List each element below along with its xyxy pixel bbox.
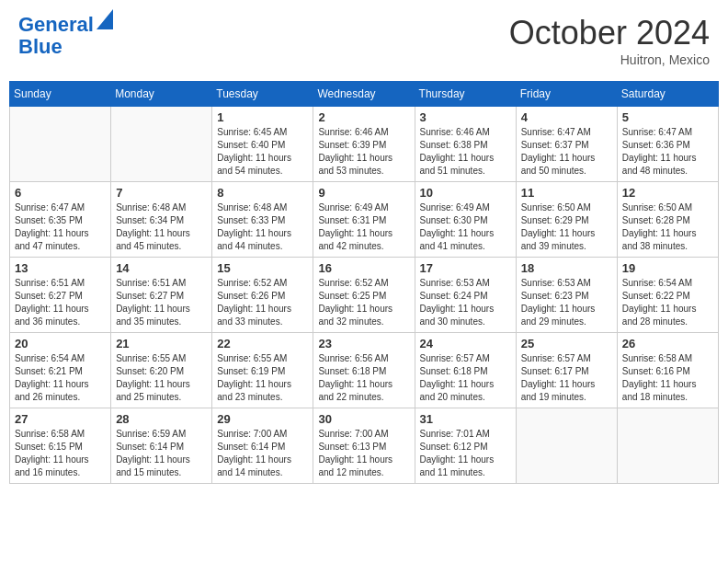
day-number: 6 — [15, 186, 106, 200]
day-number: 16 — [318, 261, 409, 275]
day-info: Sunrise: 6:57 AMSunset: 6:17 PMDaylight:… — [521, 352, 612, 404]
day-number: 25 — [521, 337, 612, 350]
logo-blue-text: Blue — [18, 36, 63, 58]
day-of-week-header: Thursday — [415, 82, 516, 107]
calendar-cell: 19Sunrise: 6:54 AMSunset: 6:22 PMDayligh… — [617, 258, 718, 333]
calendar-cell: 31Sunrise: 7:01 AMSunset: 6:12 PMDayligh… — [415, 408, 516, 484]
calendar-cell: 27Sunrise: 6:58 AMSunset: 6:15 PMDayligh… — [10, 408, 111, 484]
calendar-cell: 6Sunrise: 6:47 AMSunset: 6:35 PMDaylight… — [10, 182, 111, 258]
day-info: Sunrise: 6:58 AMSunset: 6:15 PMDaylight:… — [15, 428, 106, 479]
calendar-week-row: 6Sunrise: 6:47 AMSunset: 6:35 PMDaylight… — [10, 182, 719, 258]
day-info: Sunrise: 6:50 AMSunset: 6:29 PMDaylight:… — [521, 201, 612, 253]
calendar-cell: 4Sunrise: 6:47 AMSunset: 6:37 PMDaylight… — [516, 107, 617, 182]
day-of-week-header: Wednesday — [313, 82, 415, 107]
calendar-cell: 29Sunrise: 7:00 AMSunset: 6:14 PMDayligh… — [212, 408, 313, 484]
calendar-cell: 7Sunrise: 6:48 AMSunset: 6:34 PMDaylight… — [111, 182, 212, 258]
day-number: 22 — [217, 337, 308, 350]
calendar-cell: 25Sunrise: 6:57 AMSunset: 6:17 PMDayligh… — [516, 333, 617, 408]
location: Huitron, Mexico — [509, 52, 710, 67]
day-info: Sunrise: 6:56 AMSunset: 6:18 PMDaylight:… — [318, 352, 409, 404]
calendar-cell: 17Sunrise: 6:53 AMSunset: 6:24 PMDayligh… — [415, 258, 516, 333]
day-number: 30 — [318, 412, 409, 426]
day-info: Sunrise: 6:47 AMSunset: 6:36 PMDaylight:… — [622, 126, 713, 178]
day-info: Sunrise: 6:59 AMSunset: 6:14 PMDaylight:… — [116, 428, 207, 479]
header-row: SundayMondayTuesdayWednesdayThursdayFrid… — [10, 82, 719, 107]
day-number: 19 — [622, 261, 713, 275]
day-number: 23 — [318, 337, 409, 350]
calendar-cell — [617, 408, 718, 484]
svg-marker-0 — [97, 9, 113, 29]
day-info: Sunrise: 7:01 AMSunset: 6:12 PMDaylight:… — [420, 428, 511, 479]
day-number: 29 — [217, 412, 308, 426]
day-number: 24 — [420, 337, 511, 350]
day-number: 10 — [420, 186, 511, 200]
calendar-cell: 14Sunrise: 6:51 AMSunset: 6:27 PMDayligh… — [111, 258, 212, 333]
day-number: 28 — [116, 412, 207, 426]
calendar-cell: 12Sunrise: 6:50 AMSunset: 6:28 PMDayligh… — [617, 182, 718, 258]
day-info: Sunrise: 6:57 AMSunset: 6:18 PMDaylight:… — [420, 352, 511, 404]
title-area: October 2024 Huitron, Mexico — [509, 14, 710, 67]
day-info: Sunrise: 6:54 AMSunset: 6:22 PMDaylight:… — [622, 277, 713, 328]
day-info: Sunrise: 6:52 AMSunset: 6:25 PMDaylight:… — [318, 277, 409, 328]
day-info: Sunrise: 6:49 AMSunset: 6:30 PMDaylight:… — [420, 201, 511, 253]
calendar-cell: 1Sunrise: 6:45 AMSunset: 6:40 PMDaylight… — [212, 107, 313, 182]
day-of-week-header: Tuesday — [212, 82, 313, 107]
day-info: Sunrise: 7:00 AMSunset: 6:14 PMDaylight:… — [217, 428, 308, 479]
day-number: 7 — [116, 186, 207, 200]
day-of-week-header: Friday — [516, 82, 617, 107]
day-info: Sunrise: 6:47 AMSunset: 6:35 PMDaylight:… — [15, 201, 106, 253]
day-number: 20 — [15, 337, 106, 350]
day-number: 26 — [622, 337, 713, 350]
calendar-cell: 20Sunrise: 6:54 AMSunset: 6:21 PMDayligh… — [10, 333, 111, 408]
calendar-table: SundayMondayTuesdayWednesdayThursdayFrid… — [9, 81, 719, 484]
day-number: 2 — [318, 110, 409, 124]
calendar-cell: 8Sunrise: 6:48 AMSunset: 6:33 PMDaylight… — [212, 182, 313, 258]
day-info: Sunrise: 6:45 AMSunset: 6:40 PMDaylight:… — [217, 126, 308, 178]
calendar-cell: 9Sunrise: 6:49 AMSunset: 6:31 PMDaylight… — [313, 182, 415, 258]
calendar-cell — [111, 107, 212, 182]
calendar-cell: 24Sunrise: 6:57 AMSunset: 6:18 PMDayligh… — [415, 333, 516, 408]
day-number: 14 — [116, 261, 207, 275]
day-info: Sunrise: 6:46 AMSunset: 6:38 PMDaylight:… — [420, 126, 511, 178]
logo: General Blue — [18, 14, 113, 58]
calendar-week-row: 27Sunrise: 6:58 AMSunset: 6:15 PMDayligh… — [10, 408, 719, 484]
day-of-week-header: Monday — [111, 82, 212, 107]
day-info: Sunrise: 6:54 AMSunset: 6:21 PMDaylight:… — [15, 352, 106, 404]
calendar-cell: 30Sunrise: 7:00 AMSunset: 6:13 PMDayligh… — [313, 408, 415, 484]
calendar-week-row: 13Sunrise: 6:51 AMSunset: 6:27 PMDayligh… — [10, 258, 719, 333]
day-info: Sunrise: 6:48 AMSunset: 6:33 PMDaylight:… — [217, 201, 308, 253]
day-number: 9 — [318, 186, 409, 200]
day-info: Sunrise: 7:00 AMSunset: 6:13 PMDaylight:… — [318, 428, 409, 479]
day-info: Sunrise: 6:51 AMSunset: 6:27 PMDaylight:… — [116, 277, 207, 328]
calendar-cell: 21Sunrise: 6:55 AMSunset: 6:20 PMDayligh… — [111, 333, 212, 408]
day-info: Sunrise: 6:53 AMSunset: 6:24 PMDaylight:… — [420, 277, 511, 328]
calendar-cell: 5Sunrise: 6:47 AMSunset: 6:36 PMDaylight… — [617, 107, 718, 182]
calendar-week-row: 20Sunrise: 6:54 AMSunset: 6:21 PMDayligh… — [10, 333, 719, 408]
calendar-cell: 16Sunrise: 6:52 AMSunset: 6:25 PMDayligh… — [313, 258, 415, 333]
day-info: Sunrise: 6:52 AMSunset: 6:26 PMDaylight:… — [217, 277, 308, 328]
day-info: Sunrise: 6:58 AMSunset: 6:16 PMDaylight:… — [622, 352, 713, 404]
logo-text: General — [18, 14, 94, 36]
calendar-cell: 11Sunrise: 6:50 AMSunset: 6:29 PMDayligh… — [516, 182, 617, 258]
day-number: 5 — [622, 110, 713, 124]
day-info: Sunrise: 6:50 AMSunset: 6:28 PMDaylight:… — [622, 201, 713, 253]
calendar-cell: 13Sunrise: 6:51 AMSunset: 6:27 PMDayligh… — [10, 258, 111, 333]
day-number: 4 — [521, 110, 612, 124]
day-info: Sunrise: 6:55 AMSunset: 6:20 PMDaylight:… — [116, 352, 207, 404]
day-info: Sunrise: 6:48 AMSunset: 6:34 PMDaylight:… — [116, 201, 207, 253]
calendar-cell: 18Sunrise: 6:53 AMSunset: 6:23 PMDayligh… — [516, 258, 617, 333]
calendar-cell: 22Sunrise: 6:55 AMSunset: 6:19 PMDayligh… — [212, 333, 313, 408]
day-number: 8 — [217, 186, 308, 200]
day-number: 31 — [420, 412, 511, 426]
day-info: Sunrise: 6:55 AMSunset: 6:19 PMDaylight:… — [217, 352, 308, 404]
calendar-cell — [516, 408, 617, 484]
day-info: Sunrise: 6:53 AMSunset: 6:23 PMDaylight:… — [521, 277, 612, 328]
day-info: Sunrise: 6:51 AMSunset: 6:27 PMDaylight:… — [15, 277, 106, 328]
calendar-cell: 23Sunrise: 6:56 AMSunset: 6:18 PMDayligh… — [313, 333, 415, 408]
calendar-cell: 3Sunrise: 6:46 AMSunset: 6:38 PMDaylight… — [415, 107, 516, 182]
day-number: 3 — [420, 110, 511, 124]
calendar-body: 1Sunrise: 6:45 AMSunset: 6:40 PMDaylight… — [10, 107, 719, 484]
month-title: October 2024 — [509, 14, 710, 52]
day-number: 27 — [15, 412, 106, 426]
calendar-week-row: 1Sunrise: 6:45 AMSunset: 6:40 PMDaylight… — [10, 107, 719, 182]
